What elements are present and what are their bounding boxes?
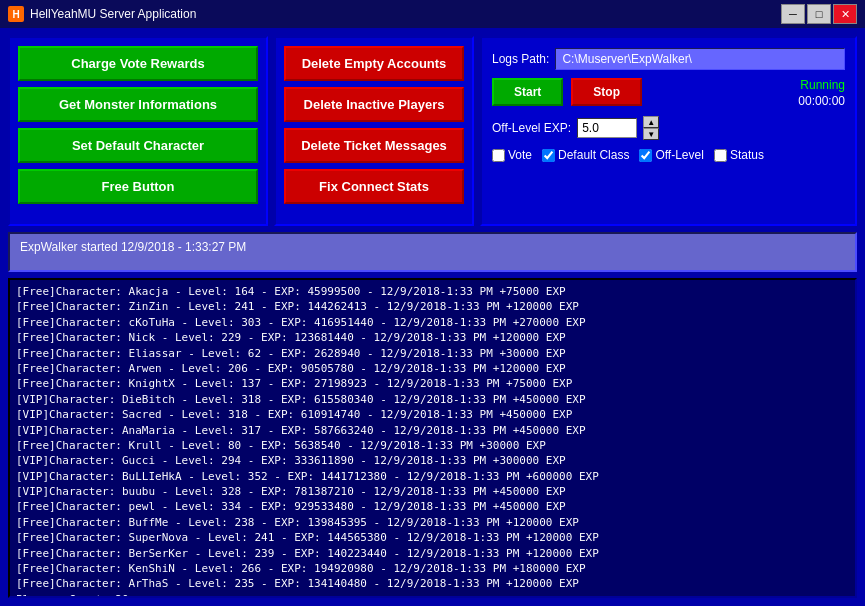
start-button[interactable]: Start: [492, 78, 563, 106]
log-line: [Free]Character: ArThaS - Level: 235 - E…: [16, 576, 849, 591]
log-line: [VIP]Character: Sacred - Level: 318 - EX…: [16, 407, 849, 422]
delete-inactive-players-button[interactable]: Delete Inactive Players: [284, 87, 464, 122]
default-class-label: Default Class: [558, 148, 629, 162]
off-level-checkbox-label-text: Off-Level: [655, 148, 703, 162]
logs-path-label: Logs Path:: [492, 52, 549, 66]
log-line: [Free]Character: KnightX - Level: 137 - …: [16, 376, 849, 391]
title-bar-controls: ─ □ ✕: [781, 4, 857, 24]
app-title: HellYeahMU Server Application: [30, 7, 196, 21]
log-line: [Free]Character: Nick - Level: 229 - EXP…: [16, 330, 849, 345]
fix-connect-stats-button[interactable]: Fix Connect Stats: [284, 169, 464, 204]
off-level-label: Off-Level EXP:: [492, 121, 571, 135]
vote-checkbox[interactable]: [492, 149, 505, 162]
log-line: [Free]Character: Krull - Level: 80 - EXP…: [16, 438, 849, 453]
start-stop-running-row: Start Stop Running 00:00:00: [492, 78, 845, 108]
log-line: [Free]Character: Akacja - Level: 164 - E…: [16, 284, 849, 299]
log-line: [VIP]Character: buubu - Level: 328 - EXP…: [16, 484, 849, 499]
log-line: [Free]Character: KenShiN - Level: 266 - …: [16, 561, 849, 576]
status-checkbox-label[interactable]: Status: [714, 148, 764, 162]
logs-path-row: Logs Path:: [492, 48, 845, 70]
log-line: Players Count: 20: [16, 592, 849, 598]
start-stop-row: Start Stop: [492, 78, 642, 106]
status-section: ExpWalker started 12/9/2018 - 1:33:27 PM: [8, 232, 857, 272]
title-bar: H HellYeahMU Server Application ─ □ ✕: [0, 0, 865, 28]
log-line: [VIP]Character: Gucci - Level: 294 - EXP…: [16, 453, 849, 468]
title-bar-left: H HellYeahMU Server Application: [8, 6, 196, 22]
status-label: Status: [730, 148, 764, 162]
default-class-checkbox[interactable]: [542, 149, 555, 162]
log-line: [VIP]Character: AnaMaria - Level: 317 - …: [16, 423, 849, 438]
log-line: [Free]Character: BuffMe - Level: 238 - E…: [16, 515, 849, 530]
off-level-checkbox-label[interactable]: Off-Level: [639, 148, 703, 162]
status-text: ExpWalker started 12/9/2018 - 1:33:27 PM: [20, 240, 246, 254]
right-panel: Logs Path: Start Stop Running 00:00:00 O…: [480, 36, 857, 226]
checkboxes-row: Vote Default Class Off-Level Status: [492, 148, 845, 162]
off-level-checkbox[interactable]: [639, 149, 652, 162]
delete-empty-accounts-button[interactable]: Delete Empty Accounts: [284, 46, 464, 81]
minimize-button[interactable]: ─: [781, 4, 805, 24]
log-line: [Free]Character: pewl - Level: 334 - EXP…: [16, 499, 849, 514]
off-level-row: Off-Level EXP: ▲ ▼: [492, 116, 845, 140]
running-section: Running 00:00:00: [798, 78, 845, 108]
delete-ticket-messages-button[interactable]: Delete Ticket Messages: [284, 128, 464, 163]
top-section: Charge Vote Rewards Get Monster Informat…: [8, 36, 857, 226]
log-line: [Free]Character: cKoTuHa - Level: 303 - …: [16, 315, 849, 330]
spinner-down[interactable]: ▼: [643, 128, 659, 140]
log-line: [Free]Character: Arwen - Level: 206 - EX…: [16, 361, 849, 376]
log-line: [Free]Character: BerSerKer - Level: 239 …: [16, 546, 849, 561]
spinner-up[interactable]: ▲: [643, 116, 659, 128]
middle-panel: Delete Empty Accounts Delete Inactive Pl…: [274, 36, 474, 226]
status-checkbox[interactable]: [714, 149, 727, 162]
vote-label: Vote: [508, 148, 532, 162]
off-level-spinner[interactable]: ▲ ▼: [643, 116, 659, 140]
free-button[interactable]: Free Button: [18, 169, 258, 204]
stop-button[interactable]: Stop: [571, 78, 642, 106]
default-class-checkbox-label[interactable]: Default Class: [542, 148, 629, 162]
log-line: [Free]Character: SuperNova - Level: 241 …: [16, 530, 849, 545]
running-status: Running: [800, 78, 845, 92]
close-button[interactable]: ✕: [833, 4, 857, 24]
log-line: [Free]Character: ZinZin - Level: 241 - E…: [16, 299, 849, 314]
vote-checkbox-label[interactable]: Vote: [492, 148, 532, 162]
left-panel: Charge Vote Rewards Get Monster Informat…: [8, 36, 268, 226]
logs-path-input[interactable]: [555, 48, 845, 70]
app-icon: H: [8, 6, 24, 22]
log-line: [Free]Character: Eliassar - Level: 62 - …: [16, 346, 849, 361]
timer-display: 00:00:00: [798, 94, 845, 108]
off-level-input[interactable]: [577, 118, 637, 138]
maximize-button[interactable]: □: [807, 4, 831, 24]
log-line: [VIP]Character: DieBitch - Level: 318 - …: [16, 392, 849, 407]
log-section[interactable]: [Free]Character: Akacja - Level: 164 - E…: [8, 278, 857, 598]
main-content: Charge Vote Rewards Get Monster Informat…: [0, 28, 865, 606]
log-line: [VIP]Character: BuLLIeHkA - Level: 352 -…: [16, 469, 849, 484]
charge-vote-rewards-button[interactable]: Charge Vote Rewards: [18, 46, 258, 81]
get-monster-informations-button[interactable]: Get Monster Informations: [18, 87, 258, 122]
set-default-character-button[interactable]: Set Default Character: [18, 128, 258, 163]
